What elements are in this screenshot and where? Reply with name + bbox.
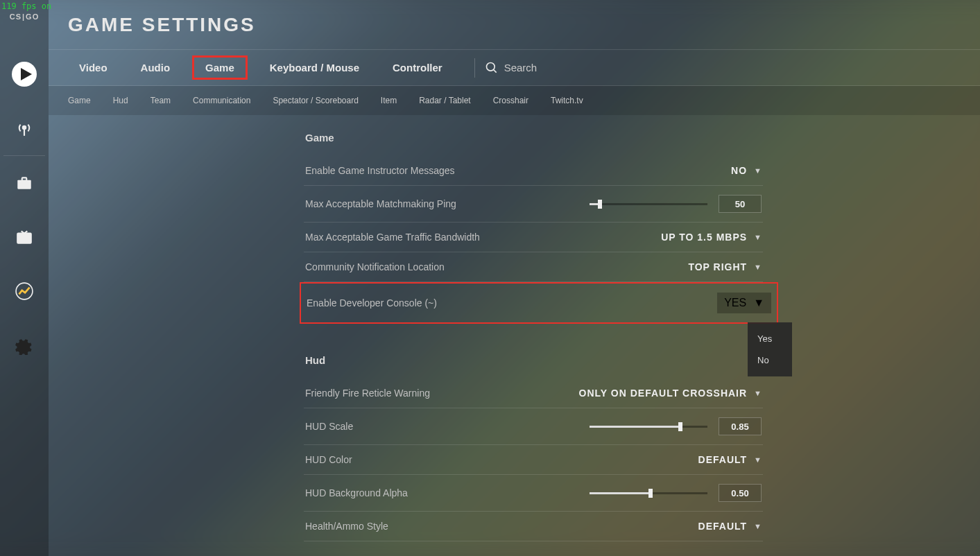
row-health-style: Health/Ammo Style DEFAULT ▼ (304, 512, 763, 541)
label-alpha: HUD Background Alpha (305, 487, 408, 498)
slider-fill (590, 492, 648, 494)
stats-icon[interactable] (0, 264, 49, 318)
settings-subtabs: Game Hud Team Communication Spectator / … (49, 86, 980, 115)
value-ffire: ONLY ON DEFAULT CROSSHAIR (579, 388, 748, 399)
row-notification-location: Community Notification Location TOP RIGH… (304, 252, 763, 282)
subtab-team[interactable]: Team (151, 93, 171, 108)
option-yes[interactable]: Yes (748, 328, 792, 349)
subtab-game[interactable]: Game (68, 93, 91, 108)
fps-counter: 119 fps on (1, 1, 51, 11)
value-scale[interactable]: 0.85 (719, 417, 762, 435)
dropdown-ffire[interactable]: ONLY ON DEFAULT CROSSHAIR ▼ (579, 388, 762, 399)
dropdown-console-menu: Yes No (748, 322, 792, 376)
label-health: Health/Ammo Style (305, 521, 388, 532)
subtab-twitch[interactable]: Twitch.tv (551, 93, 583, 108)
value-instructor: NO (731, 165, 747, 176)
tab-keyboard-mouse[interactable]: Keyboard / Mouse (259, 58, 370, 78)
label-console: Enable Developer Console (~) (307, 297, 437, 309)
tab-audio[interactable]: Audio (130, 58, 182, 78)
chevron-down-icon: ▼ (753, 297, 764, 309)
value-alpha[interactable]: 0.50 (719, 484, 762, 502)
subtab-communication[interactable]: Communication (193, 93, 250, 108)
slider-fill (590, 426, 678, 428)
svg-rect-6 (17, 234, 31, 243)
subtab-spectator[interactable]: Spectator / Scoreboard (273, 93, 358, 108)
left-sidebar: CS|GO (0, 0, 49, 556)
search-icon (485, 61, 499, 75)
settings-tabs: Video Audio Game Keyboard / Mouse Contro… (49, 50, 980, 86)
title-bar: GAME SETTINGS (49, 0, 980, 50)
dropdown-color[interactable]: DEFAULT ▼ (698, 454, 762, 465)
value-health: DEFAULT (698, 521, 748, 532)
play-button[interactable] (0, 47, 49, 101)
dropdown-notif[interactable]: TOP RIGHT ▼ (688, 261, 762, 272)
option-no[interactable]: No (748, 349, 792, 371)
subtab-crosshair[interactable]: Crosshair (493, 93, 528, 108)
csgo-logo: CS|GO (10, 12, 39, 21)
tab-separator (474, 58, 475, 78)
dropdown-health[interactable]: DEFAULT ▼ (698, 521, 762, 532)
tab-video[interactable]: Video (68, 58, 119, 78)
slider-knob[interactable] (648, 489, 653, 498)
dropdown-instructor[interactable]: NO ▼ (731, 165, 762, 176)
tab-game[interactable]: Game (192, 55, 248, 80)
slider-fill (590, 203, 598, 205)
subtab-hud[interactable]: Hud (113, 93, 128, 108)
search-placeholder: Search (504, 62, 538, 73)
settings-icon[interactable] (0, 318, 49, 372)
chevron-down-icon: ▼ (754, 522, 762, 530)
chevron-down-icon: ▼ (754, 233, 762, 241)
row-instructor-messages: Enable Game Instructor Messages NO ▼ (304, 156, 763, 186)
label-color: HUD Color (305, 454, 352, 465)
svg-point-8 (486, 62, 495, 71)
row-bandwidth: Max Acceptable Game Traffic Bandwidth UP… (304, 223, 763, 252)
tab-controller[interactable]: Controller (381, 58, 454, 78)
row-hud-scale: HUD Scale 0.85 (304, 408, 763, 445)
subtab-radar[interactable]: Radar / Tablet (419, 93, 471, 108)
chevron-down-icon: ▼ (754, 389, 762, 397)
dropdown-bandwidth[interactable]: UP TO 1.5 MBPS ▼ (661, 232, 762, 243)
slider-knob[interactable] (598, 200, 602, 209)
slider-ping[interactable] (590, 203, 707, 205)
broadcast-icon[interactable] (0, 101, 49, 155)
label-ffire: Friendly Fire Reticle Warning (305, 388, 430, 399)
row-matchmaking-ping: Max Acceptable Matchmaking Ping 50 (304, 186, 763, 223)
row-friendly-fire: Friendly Fire Reticle Warning ONLY ON DE… (304, 379, 763, 408)
slider-scale[interactable] (590, 426, 707, 428)
section-header-game: Game (305, 132, 980, 144)
settings-content[interactable]: Game Enable Game Instructor Messages NO … (49, 115, 980, 556)
chevron-down-icon: ▼ (754, 263, 762, 271)
search-input[interactable]: Search (485, 61, 538, 75)
value-bandwidth: UP TO 1.5 MBPS (661, 232, 747, 243)
row-developer-console: Enable Developer Console (~) YES ▼ Yes N… (300, 282, 778, 324)
subtab-item[interactable]: Item (381, 93, 397, 108)
slider-alpha[interactable] (590, 492, 707, 494)
slider-knob[interactable] (678, 422, 682, 431)
label-instructor: Enable Game Instructor Messages (305, 165, 455, 176)
svg-rect-5 (22, 177, 27, 180)
row-hud-color: HUD Color DEFAULT ▼ (304, 445, 763, 475)
section-header-hud: Hud (305, 354, 980, 366)
label-notif: Community Notification Location (305, 261, 445, 272)
svg-point-2 (23, 126, 26, 129)
label-ping: Max Acceptable Matchmaking Ping (305, 198, 456, 209)
value-console: YES (724, 297, 746, 309)
row-hud-alpha: HUD Background Alpha 0.50 (304, 475, 763, 512)
label-bandwidth: Max Acceptable Game Traffic Bandwidth (305, 232, 480, 243)
value-notif: TOP RIGHT (688, 261, 747, 272)
dropdown-console[interactable]: YES ▼ (717, 293, 771, 313)
svg-line-9 (493, 69, 496, 72)
value-ping[interactable]: 50 (719, 195, 762, 213)
label-scale: HUD Scale (305, 421, 353, 432)
value-color: DEFAULT (698, 454, 748, 465)
chevron-down-icon: ▼ (754, 455, 762, 464)
watch-icon[interactable] (0, 210, 49, 264)
inventory-icon[interactable] (0, 156, 49, 210)
main-panel: GAME SETTINGS Video Audio Game Keyboard … (49, 0, 980, 556)
page-title: GAME SETTINGS (68, 14, 256, 36)
chevron-down-icon: ▼ (754, 166, 762, 175)
